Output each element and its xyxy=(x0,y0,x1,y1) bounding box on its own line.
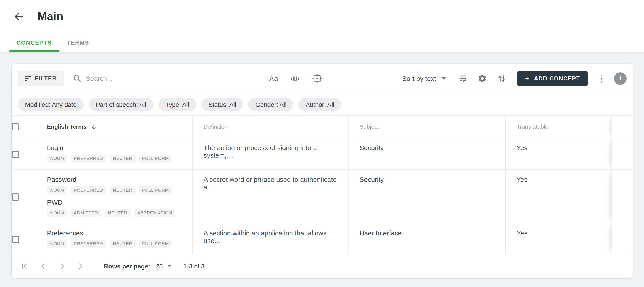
terms-cell: Login NOUN PREFERRED NEUTER FULL FORM xyxy=(47,138,192,169)
header-checkbox-cell xyxy=(12,116,47,138)
search-icon xyxy=(73,74,81,83)
table-header-row: English Terms Definition Subject Transla… xyxy=(12,116,633,138)
match-case-icon: Aa xyxy=(269,74,278,82)
view-controls xyxy=(458,74,506,83)
tag-badge: NOUN xyxy=(47,240,67,248)
search-options: Aa xyxy=(269,73,322,83)
tag-badge: PREFERRED xyxy=(71,155,106,163)
chip-part-of-speech[interactable]: Part of speech: All xyxy=(88,98,154,111)
last-page-icon xyxy=(77,262,85,270)
filter-button[interactable]: FILTER xyxy=(18,71,64,86)
pinned-cell xyxy=(611,223,633,254)
sort-arrows-icon xyxy=(497,74,506,83)
tag-badge: NOUN xyxy=(47,155,67,163)
tag-badge: NOUN xyxy=(47,186,67,194)
terms-cell: Password NOUN PREFERRED NEUTER FULL FORM… xyxy=(47,170,192,223)
select-all-checkbox[interactable] xyxy=(12,123,19,130)
column-header-translatable[interactable]: Translatable xyxy=(505,116,611,138)
tab-bar: CONCEPTS TERMS xyxy=(9,33,96,52)
first-page-icon xyxy=(20,262,28,270)
match-whole-word-button[interactable] xyxy=(290,73,300,83)
pinned-cell xyxy=(611,170,633,223)
term-text: PWD xyxy=(47,198,185,206)
concepts-card: FILTER Aa xyxy=(12,64,633,278)
first-page-button[interactable] xyxy=(20,262,28,270)
concepts-table: English Terms Definition Subject Transla… xyxy=(12,116,633,278)
wrap-text-icon xyxy=(458,74,467,83)
next-page-button[interactable] xyxy=(58,262,66,270)
term-tags: NOUN PREFERRED NEUTER FULL FORM xyxy=(47,240,185,248)
tag-badge: FULL FORM xyxy=(139,155,172,163)
column-header-definition[interactable]: Definition xyxy=(192,116,348,138)
filter-chips-row: Modified: Any date Part of speech: All T… xyxy=(12,93,633,116)
tab-concepts[interactable]: CONCEPTS xyxy=(9,33,59,52)
chip-modified[interactable]: Modified: Any date xyxy=(18,98,84,111)
previous-page-button[interactable] xyxy=(39,262,48,270)
search-box xyxy=(73,74,220,83)
translatable-cell: Yes xyxy=(505,138,611,169)
content-area: FILTER Aa xyxy=(0,52,644,278)
pagination-controls xyxy=(20,262,85,270)
tag-badge: PREFERRED xyxy=(71,240,106,248)
rows-per-page-value[interactable]: 25 xyxy=(156,263,163,270)
sort-direction-button[interactable] xyxy=(497,74,506,83)
subject-cell: Security xyxy=(348,138,505,169)
chip-type[interactable]: Type: All xyxy=(158,98,196,111)
translatable-cell: Yes xyxy=(505,170,611,223)
gear-icon xyxy=(478,74,487,83)
plus-icon: + xyxy=(525,74,530,82)
glossary-app: Main CONCEPTS TERMS FILTER xyxy=(0,0,644,287)
tab-concepts-label: CONCEPTS xyxy=(16,39,52,46)
chevron-down-icon xyxy=(442,77,446,79)
last-page-button[interactable] xyxy=(77,262,85,270)
term-tags: NOUN ADMITTED NEUTER ABBREVIATION xyxy=(47,209,185,217)
terms-cell: Preferences NOUN PREFERRED NEUTER FULL F… xyxy=(47,223,192,254)
row-checkbox[interactable] xyxy=(12,236,19,243)
page-title: Main xyxy=(38,10,64,23)
table-row[interactable]: Login NOUN PREFERRED NEUTER FULL FORM Th… xyxy=(12,138,633,170)
chevron-down-icon[interactable] xyxy=(167,265,172,267)
chip-gender[interactable]: Gender: All xyxy=(248,98,294,111)
tag-badge: NEUTER xyxy=(110,155,136,163)
chip-status[interactable]: Status: All xyxy=(201,98,244,111)
search-input[interactable] xyxy=(86,75,220,82)
tag-badge: FULL FORM xyxy=(139,186,172,194)
tag-badge: NEUTER xyxy=(110,240,136,248)
definition-cell: The action or process of signing into a … xyxy=(192,138,348,169)
active-tab-indicator xyxy=(9,50,59,52)
chip-author[interactable]: Author: All xyxy=(298,98,342,111)
tag-badge: FULL FORM xyxy=(139,240,172,248)
target-frame-icon xyxy=(312,73,322,83)
row-checkbox[interactable] xyxy=(12,151,19,158)
term-text: Password xyxy=(47,176,185,183)
wrap-text-button[interactable] xyxy=(458,74,467,83)
add-concept-button[interactable]: + ADD CONCEPT xyxy=(518,71,588,86)
settings-button[interactable] xyxy=(478,74,487,83)
table-row[interactable]: Preferences NOUN PREFERRED NEUTER FULL F… xyxy=(12,223,633,254)
quick-add-button[interactable]: + xyxy=(614,72,626,85)
column-header-subject[interactable]: Subject xyxy=(348,116,505,138)
filter-button-label: FILTER xyxy=(35,75,56,82)
chevron-left-icon xyxy=(39,262,48,270)
pinned-cell xyxy=(611,138,633,169)
subject-cell: Security xyxy=(348,170,505,223)
row-checkbox[interactable] xyxy=(12,193,19,201)
table-row[interactable]: Password NOUN PREFERRED NEUTER FULL FORM… xyxy=(12,170,633,223)
row-checkbox-cell xyxy=(12,223,47,254)
back-button[interactable] xyxy=(14,11,24,22)
tag-badge: NOUN xyxy=(47,209,67,217)
tag-badge: ABBREVIATION xyxy=(134,209,175,217)
tag-badge: NEUTER xyxy=(110,186,136,194)
table-footer: Rows per page: 25 1-3 of 3 xyxy=(12,254,633,278)
row-checkbox-cell xyxy=(12,170,47,223)
translatable-cell: Yes xyxy=(505,223,611,254)
chevron-right-icon xyxy=(58,262,66,270)
more-options-button[interactable] xyxy=(599,73,604,84)
term-tags: NOUN PREFERRED NEUTER FULL FORM xyxy=(47,186,185,194)
exact-match-button[interactable] xyxy=(312,73,322,83)
match-case-button[interactable]: Aa xyxy=(269,74,278,82)
column-header-terms[interactable]: English Terms xyxy=(47,116,192,138)
sort-by-dropdown[interactable]: Sort by text xyxy=(402,75,446,82)
topbar: Main CONCEPTS TERMS xyxy=(0,0,644,52)
tab-terms[interactable]: TERMS xyxy=(59,33,96,52)
